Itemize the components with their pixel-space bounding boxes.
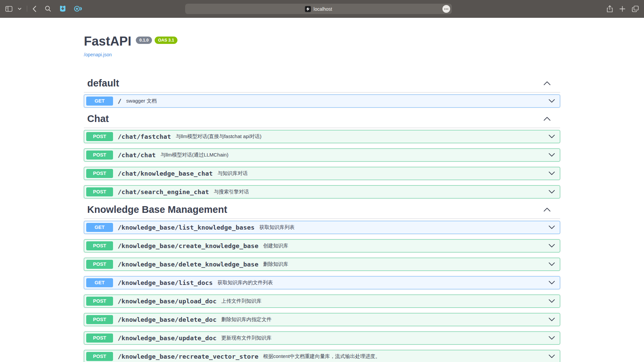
endpoint-path: /chat/knowledge_base_chat [118, 170, 213, 177]
method-badge: POST [86, 352, 113, 361]
method-badge: POST [86, 334, 113, 343]
method-badge: POST [86, 150, 113, 160]
page-content: FastAPI 0.1.0 OAS 3.1 /openapi.json defa… [0, 18, 644, 362]
browser-toolbar: localhost [0, 0, 644, 18]
endpoint-path: /knowledge_base/delete_knowledge_base [118, 261, 259, 268]
endpoint-path: /knowledge_base/upload_doc [118, 298, 217, 305]
section-rows: POST /chat/fastchat 与llm模型对话(直接与fastchat… [84, 130, 560, 198]
section-rows: GET /knowledge_base/list_knowledge_bases… [84, 221, 560, 362]
endpoint-path: /chat/search_engine_chat [118, 188, 209, 195]
section-rows: GET / swagger 文档 [84, 95, 560, 108]
sidebar-chevron-down-icon[interactable] [18, 8, 21, 10]
version-badge: 0.1.0 [136, 37, 152, 44]
endpoint-description: 更新现有文件到知识库 [221, 335, 272, 341]
method-badge: POST [86, 187, 113, 196]
endpoint-row[interactable]: POST /chat/chat 与llm模型对话(通过LLMChain) [84, 148, 560, 162]
address-bar[interactable]: localhost [185, 4, 452, 14]
more-options-icon[interactable] [442, 5, 450, 13]
expand-chevron-down-icon[interactable] [548, 354, 555, 358]
collapse-chevron-up-icon[interactable] [543, 207, 551, 212]
endpoint-description: 与搜索引擎对话 [214, 189, 249, 195]
method-badge: GET [86, 223, 113, 232]
endpoint-path: /knowledge_base/list_docs [118, 279, 213, 286]
endpoint-row[interactable]: POST /knowledge_base/create_knowledge_ba… [84, 239, 560, 252]
openapi-spec-link[interactable]: /openapi.json [84, 52, 112, 57]
expand-chevron-down-icon[interactable] [548, 190, 555, 194]
api-section: Knowledge Base Management GET /knowledge… [84, 204, 560, 362]
endpoint-row[interactable]: POST /knowledge_base/recreate_vector_sto… [84, 350, 560, 362]
expand-chevron-down-icon[interactable] [548, 99, 555, 103]
section-title: default [87, 78, 119, 89]
endpoint-path: /knowledge_base/list_knowledge_bases [118, 224, 255, 231]
endpoint-description: 获取知识库内的文件列表 [217, 280, 273, 286]
method-badge: POST [86, 169, 113, 178]
endpoint-row[interactable]: POST /knowledge_base/update_doc 更新现有文件到知… [84, 331, 560, 345]
endpoint-description: 与llm模型对话(通过LLMChain) [160, 152, 228, 158]
method-badge: POST [86, 297, 113, 306]
endpoint-row[interactable]: GET /knowledge_base/list_docs 获取知识库内的文件列… [84, 276, 560, 289]
api-section: default GET / swagger 文档 [84, 78, 560, 108]
endpoint-row[interactable]: POST /chat/knowledge_base_chat 与知识库对话 [84, 167, 560, 180]
share-icon[interactable] [607, 5, 613, 12]
endpoint-row[interactable]: POST /chat/search_engine_chat 与搜索引擎对话 [84, 185, 560, 198]
section-header[interactable]: default [84, 78, 560, 93]
toolbar-separator [27, 6, 27, 12]
api-info: FastAPI 0.1.0 OAS 3.1 /openapi.json [84, 18, 560, 58]
expand-chevron-down-icon[interactable] [548, 336, 555, 340]
method-badge: GET [86, 278, 113, 287]
endpoint-path: /knowledge_base/update_doc [118, 335, 217, 342]
endpoint-description: swagger 文档 [126, 98, 157, 104]
collapse-chevron-up-icon[interactable] [543, 117, 551, 121]
oas-badge: OAS 3.1 [155, 37, 177, 44]
method-badge: POST [86, 241, 113, 250]
expand-chevron-down-icon[interactable] [548, 281, 555, 285]
url-text: localhost [314, 6, 332, 12]
endpoint-row[interactable]: POST /knowledge_base/delete_knowledge_ba… [84, 258, 560, 271]
section-header[interactable]: Chat [84, 113, 560, 128]
method-badge: POST [86, 132, 113, 141]
endpoint-path: /knowledge_base/delete_doc [118, 316, 217, 323]
endpoint-description: 删除知识库 [263, 261, 288, 267]
endpoint-path: / [118, 98, 121, 105]
expand-chevron-down-icon[interactable] [548, 299, 555, 303]
site-favicon [305, 6, 311, 12]
sections: default GET / swagger 文档 Chat POST /chat… [84, 78, 560, 362]
back-icon[interactable] [33, 6, 36, 12]
expand-chevron-down-icon[interactable] [548, 244, 555, 248]
api-title: FastAPI [84, 35, 131, 49]
endpoint-description: 与llm模型对话(直接与fastchat api对话) [176, 133, 262, 140]
expand-chevron-down-icon[interactable] [548, 225, 555, 229]
endpoint-description: 删除知识库内指定文件 [221, 316, 272, 323]
endpoint-row[interactable]: GET / swagger 文档 [84, 95, 560, 108]
endpoint-description: 根据content中文档重建向量库，流式输出处理进度。 [263, 353, 380, 360]
endpoint-row[interactable]: POST /chat/fastchat 与llm模型对话(直接与fastchat… [84, 130, 560, 143]
endpoint-description: 获取知识库列表 [259, 224, 294, 231]
new-tab-icon[interactable] [620, 6, 625, 12]
method-badge: GET [86, 97, 113, 106]
method-badge: POST [86, 260, 113, 269]
extension-star-broadcast-icon[interactable] [74, 5, 83, 12]
endpoint-path: /knowledge_base/recreate_vector_store [118, 353, 259, 360]
endpoint-row[interactable]: POST /knowledge_base/upload_doc 上传文件到知识库 [84, 295, 560, 308]
expand-chevron-down-icon[interactable] [548, 171, 555, 175]
expand-chevron-down-icon[interactable] [548, 262, 555, 266]
endpoint-row[interactable]: GET /knowledge_base/list_knowledge_bases… [84, 221, 560, 234]
api-section: Chat POST /chat/fastchat 与llm模型对话(直接与fas… [84, 113, 560, 198]
endpoint-path: /chat/chat [118, 152, 156, 159]
expand-chevron-down-icon[interactable] [548, 317, 555, 321]
section-title: Knowledge Base Management [87, 204, 227, 215]
expand-chevron-down-icon[interactable] [548, 153, 555, 157]
endpoint-path: /chat/fastchat [118, 133, 171, 140]
expand-chevron-down-icon[interactable] [548, 134, 555, 138]
endpoint-description: 与知识库对话 [217, 170, 248, 177]
search-icon[interactable] [45, 6, 51, 12]
endpoint-description: 创建知识库 [263, 243, 288, 249]
section-header[interactable]: Knowledge Base Management [84, 204, 560, 219]
tabs-overview-icon[interactable] [632, 6, 639, 12]
collapse-chevron-up-icon[interactable] [543, 81, 551, 85]
extension-shield-download-icon[interactable] [59, 5, 66, 12]
endpoint-row[interactable]: POST /knowledge_base/delete_doc 删除知识库内指定… [84, 313, 560, 326]
sidebar-icon[interactable] [5, 6, 12, 12]
endpoint-description: 上传文件到知识库 [221, 298, 262, 304]
section-title: Chat [87, 113, 109, 124]
